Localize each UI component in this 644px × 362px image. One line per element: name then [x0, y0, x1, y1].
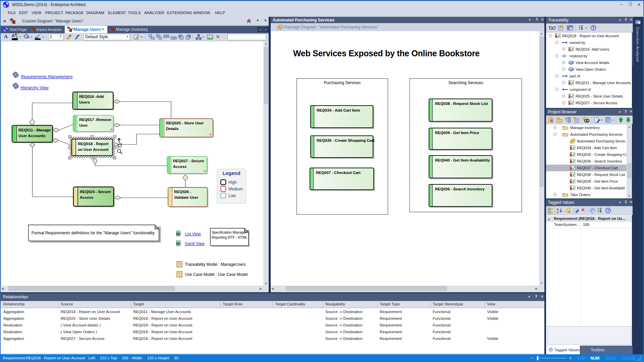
- svg-text:A: A: [110, 128, 113, 131]
- svg-text:Users: Users: [79, 100, 90, 104]
- svg-text:REQ016 -Add: REQ016 -Add: [79, 95, 104, 99]
- svg-text:REQ026 -: REQ026 -: [174, 190, 191, 194]
- svg-text:Gantt View: Gantt View: [185, 241, 205, 246]
- svg-text:Z: Z: [557, 211, 558, 214]
- svg-text:Medium: Medium: [228, 187, 243, 191]
- svg-text:User Accounts: User Accounts: [18, 134, 46, 138]
- svg-text:Details: Details: [166, 127, 179, 131]
- svg-text:REQ025 - Store User: REQ025 - Store User: [166, 121, 204, 125]
- svg-text:Reporting RTF - HTML: Reporting RTF - HTML: [212, 235, 248, 239]
- svg-text:Requirements Management: Requirements Management: [21, 74, 73, 79]
- svg-text:List View: List View: [185, 232, 201, 236]
- svg-text:?: ?: [607, 209, 609, 213]
- svg-text:?: ?: [592, 26, 594, 30]
- svg-text:Formal Requirements definition: Formal Requirements definitions for the …: [32, 231, 155, 235]
- svg-text:A: A: [209, 133, 212, 136]
- svg-text:REQ011 - Manage: REQ011 - Manage: [18, 128, 51, 132]
- svg-text:A: A: [203, 169, 206, 173]
- svg-text:REQ024 - Secure: REQ024 - Secure: [80, 190, 111, 194]
- svg-text:Specification Manager: Specification Manager: [212, 230, 247, 234]
- svg-text:Hierarchy View: Hierarchy View: [20, 85, 49, 90]
- svg-text:Use Case Model : Use Case Mode: Use Case Model : Use Case Model: [185, 272, 248, 277]
- svg-text:Access: Access: [80, 195, 93, 199]
- svg-text:Legend: Legend: [222, 170, 240, 176]
- svg-text:A: A: [557, 208, 559, 211]
- svg-text:Traceability Model : ManageUse: Traceability Model : ManageUsers: [185, 262, 246, 267]
- svg-text:REQ027 - Secure: REQ027 - Secure: [173, 159, 204, 163]
- svg-text:Access: Access: [173, 165, 186, 169]
- svg-text:Validate User: Validate User: [174, 195, 199, 199]
- svg-text:on User Account: on User Account: [78, 147, 109, 152]
- svg-text:High: High: [228, 180, 237, 185]
- svg-text:Low: Low: [228, 193, 236, 198]
- svg-text:REQ018 - Report: REQ018 - Report: [78, 142, 109, 146]
- svg-text:User: User: [79, 123, 88, 127]
- svg-text:REQ017 -Remove: REQ017 -Remove: [79, 118, 111, 122]
